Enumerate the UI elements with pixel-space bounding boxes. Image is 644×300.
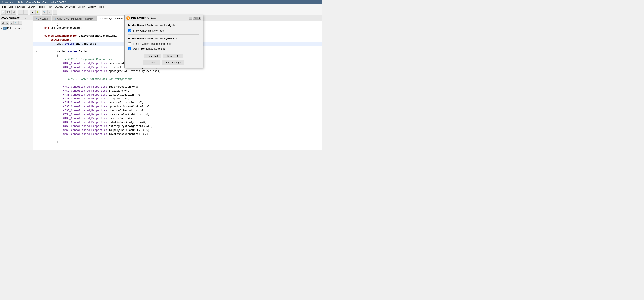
save-settings-button[interactable]: Save Settings xyxy=(162,60,184,65)
code-line-25: CASE_Consolidated_Properties::secureBoot… xyxy=(33,116,322,120)
toolbar-save[interactable]: 💾 xyxy=(6,10,11,14)
deselect-all-button[interactable]: Deselect All xyxy=(163,54,183,58)
sidebar-expand-btn[interactable]: ⊞ xyxy=(5,21,9,25)
menu-search[interactable]: Search xyxy=(26,5,36,8)
code-line-31: }; xyxy=(33,140,322,144)
fold-15 xyxy=(34,77,38,81)
toolbar-undo[interactable]: ↩ xyxy=(18,10,23,14)
workspace-icon: 🖥 xyxy=(1,1,4,4)
tab-delivery-drone[interactable]: A *DeliveryDrone.aadl ✕ xyxy=(96,16,128,21)
dialog-restore-btn[interactable]: □ xyxy=(193,16,197,20)
fold-10 xyxy=(34,58,38,62)
sidebar-link-btn[interactable]: 🔗 xyxy=(14,21,18,25)
toolbar-redo[interactable]: ↪ xyxy=(23,10,28,14)
menu-file[interactable]: File xyxy=(1,5,8,8)
dialog-section1-title: Model Based Architecture Analysis xyxy=(128,24,199,27)
fold-4[interactable]: − xyxy=(34,34,38,38)
sidebar: AADL Navigator _ □ ⊟ ⊞ ▽ 🔗 ⋮ ▶ D Deliver… xyxy=(0,15,33,150)
dialog-controls: − □ ✕ xyxy=(189,16,201,20)
menu-help[interactable]: Help xyxy=(98,5,105,8)
fold-14 xyxy=(34,73,38,77)
fold-12 xyxy=(34,66,38,70)
toolbar-search[interactable]: 🔍 xyxy=(42,10,47,14)
dialog-section2-title: Model Based Architecture Synthesis xyxy=(128,37,199,40)
toolbar-back[interactable]: ← xyxy=(47,10,52,14)
dialog-buttons-row2: Cancel Save Settings xyxy=(128,60,199,65)
menu-run[interactable]: Run xyxy=(46,5,54,8)
menu-navigate[interactable]: Navigate xyxy=(14,5,26,8)
tree-expand-arrow: ▶ xyxy=(1,27,2,29)
show-graphs-checkbox[interactable] xyxy=(128,29,131,32)
show-graphs-row: Show Graphs in New Tabs xyxy=(128,29,199,32)
toolbar-run[interactable]: ▶ xyxy=(30,10,35,14)
dialog-close-btn[interactable]: ✕ xyxy=(198,16,201,20)
toolbar-forward[interactable]: → xyxy=(52,10,58,14)
use-implemented-label: Use Implemented Defenses xyxy=(133,47,165,50)
code-line-21: CASE_Consolidated_Properties::memoryProt… xyxy=(33,101,322,105)
sidebar-header-icons: _ □ xyxy=(24,16,31,20)
select-all-button[interactable]: Select All xyxy=(144,54,162,58)
use-implemented-row: Use Implemented Defenses xyxy=(128,47,199,50)
fold-1 xyxy=(34,22,38,26)
code-line-23: CASE_Consolidated_Properties::remoteAtte… xyxy=(33,109,322,112)
menu-edit[interactable]: Edit xyxy=(8,5,14,8)
sidebar-header: AADL Navigator _ □ xyxy=(0,15,32,20)
tab-diagram-icon: ◈ xyxy=(54,18,56,20)
tree-folder-icon: D xyxy=(3,26,6,30)
use-implemented-checkbox[interactable] xyxy=(128,47,131,50)
dialog-titlebar: ⚙ MBAA/MBAS Settings − □ ✕ xyxy=(124,15,203,21)
tab-diagram-label: GNC_GNC_Impl(2).aadl_diagram xyxy=(57,18,93,20)
tab-gnc-label: GNC.aadl xyxy=(38,18,48,20)
show-graphs-label: Show Graphs in New Tabs xyxy=(133,29,164,32)
menu-project[interactable]: Project xyxy=(36,5,46,8)
enable-cyber-label: Enable Cyber Relations Inference xyxy=(133,42,172,46)
toolbar-debug[interactable]: 🐛 xyxy=(35,10,40,14)
code-line-29: CASE_Consolidated_Properties::systemAcce… xyxy=(33,132,322,136)
tree-item-label: DeliveryDrone xyxy=(7,27,22,30)
toolbar-sep3 xyxy=(41,10,41,14)
menu-window[interactable]: Window xyxy=(86,5,98,8)
sidebar-menu-btn[interactable]: ⋮ xyxy=(18,21,22,25)
fold-9 xyxy=(34,54,38,58)
sidebar-tree: ▶ D DeliveryDrone xyxy=(0,25,32,150)
sidebar-filter-btn[interactable]: ▽ xyxy=(10,21,14,25)
toolbar-print[interactable]: 🖨 xyxy=(11,10,16,14)
code-line-28: CASE_Consolidated_Properties::supplyChai… xyxy=(33,128,322,132)
fold-5 xyxy=(34,38,38,42)
enable-cyber-checkbox[interactable] xyxy=(128,42,131,46)
cancel-button[interactable]: Cancel xyxy=(143,60,160,65)
menu-verdict[interactable]: Verdict xyxy=(76,5,87,8)
dialog-buttons-row1: Select All Deselect All xyxy=(128,54,199,58)
fold-6 xyxy=(34,42,38,46)
toolbar-sep1 xyxy=(17,10,17,14)
sidebar-minimize-btn[interactable]: _ xyxy=(24,16,27,20)
fold-7 xyxy=(34,46,38,50)
dialog-separator xyxy=(128,34,199,35)
code-line-16 xyxy=(33,81,322,85)
toolbar-new[interactable]: 📄 xyxy=(1,10,6,14)
menu-analyses[interactable]: Analyses xyxy=(64,5,76,8)
code-line-14 xyxy=(33,73,322,77)
tree-root-delivery-drone[interactable]: ▶ D DeliveryDrone xyxy=(1,26,32,30)
settings-dialog: ⚙ MBAA/MBAS Settings − □ ✕ Model Based A… xyxy=(124,15,203,68)
fold-8[interactable]: − xyxy=(34,50,38,54)
toolbar-sep2 xyxy=(29,10,29,14)
title-bar: 🖥 workspace - DeliveryDrone/DeliveryDron… xyxy=(0,0,322,4)
dialog-title-left: ⚙ MBAA/MBAS Settings xyxy=(126,16,156,20)
code-line-27: CASE_Consolidated_Properties::strongCryp… xyxy=(33,124,322,128)
tab-gnc-icon: A xyxy=(36,18,37,20)
sidebar-collapse-btn[interactable]: ⊟ xyxy=(1,21,5,25)
dialog-title-text: MBAA/MBAS Settings xyxy=(131,17,156,20)
menu-osate[interactable]: OSATE xyxy=(54,5,64,8)
sidebar-toolbar: ⊟ ⊞ ▽ 🔗 ⋮ xyxy=(0,20,32,25)
tab-active-icon: A xyxy=(99,18,101,20)
fold-3 xyxy=(34,30,38,34)
tab-gnc-aadl[interactable]: A GNC.aadl xyxy=(33,16,51,21)
dialog-minimize-btn[interactable]: − xyxy=(189,16,192,20)
menu-bar: File Edit Navigate Search Project Run OS… xyxy=(0,4,322,9)
code-line-15: -- VERDICT Cyber Defense and DAL Mitigat… xyxy=(33,77,322,81)
tab-gnc-diagram[interactable]: ◈ GNC_GNC_Impl(2).aadl_diagram xyxy=(52,16,96,21)
fold-16 xyxy=(34,81,38,85)
sidebar-maximize-btn[interactable]: □ xyxy=(28,16,31,20)
toolbar: 📄 💾 🖨 ↩ ↪ ▶ 🐛 🔍 ← → xyxy=(0,9,322,15)
